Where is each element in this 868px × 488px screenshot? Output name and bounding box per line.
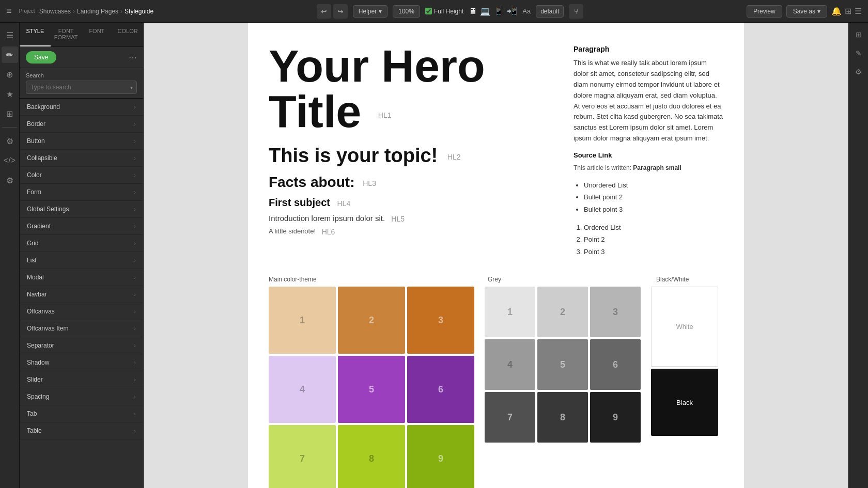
right-panel-icon-1[interactable]: ⊞ xyxy=(851,27,866,42)
fullheight-label[interactable]: Full Height xyxy=(425,8,463,15)
panel-item-offcanvas-item[interactable]: Offcanvas Item › xyxy=(20,320,143,337)
helper-label: Helper xyxy=(359,8,377,15)
device-icons: 🖥 💻 📱 📲 xyxy=(469,6,517,16)
tab-color[interactable]: COLOR xyxy=(112,23,143,46)
panel-item-modal[interactable]: Modal › xyxy=(20,269,143,286)
panel-item-label-separator: Separator xyxy=(27,342,54,349)
panel-item-global-settings[interactable]: Global Settings › xyxy=(20,201,143,218)
grey-label: Grey xyxy=(488,274,646,284)
tab-font[interactable]: FONT xyxy=(82,23,113,46)
ul-item-1: Unordered List xyxy=(584,179,723,191)
icon-sidebar: ☰ ✏ ⊕ ★ ⊞ ⚙ </> ⚙ xyxy=(0,23,20,488)
panel-item-chevron-shadow: › xyxy=(134,359,136,366)
hl5-badge: HL5 xyxy=(391,215,405,223)
panel-item-border[interactable]: Border › xyxy=(20,116,143,133)
hamburger-icon[interactable]: ≡ xyxy=(6,6,12,17)
grey-color-grid: 1 2 3 4 5 6 7 8 9 xyxy=(485,287,641,443)
panel-item-button[interactable]: Button › xyxy=(20,133,143,150)
tab-font-format[interactable]: FONT FORMAT xyxy=(51,23,82,46)
panel-item-label-button: Button xyxy=(27,137,45,145)
main-swatch-1: 1 xyxy=(269,287,336,354)
save-button[interactable]: Save xyxy=(26,51,56,64)
desktop-icon[interactable]: 🖥 xyxy=(469,7,477,16)
panel-item-label-slider: Slider xyxy=(27,376,43,383)
main-color-grid: 1 2 3 4 5 6 7 8 9 xyxy=(269,287,474,488)
mobile-icon[interactable]: 📲 xyxy=(507,6,517,16)
paragraph-section: Paragraph This is what we really talk ab… xyxy=(574,43,723,264)
helper-button[interactable]: Helper ▾ xyxy=(353,5,388,18)
preview-button[interactable]: Preview xyxy=(747,5,782,18)
ol-item-3: Point 3 xyxy=(584,246,723,258)
fullheight-checkbox[interactable] xyxy=(425,8,432,14)
panel-item-gradient[interactable]: Gradient › xyxy=(20,218,143,235)
grey-swatch-5: 5 xyxy=(537,339,588,390)
ol-item-1: Ordered List xyxy=(584,222,723,233)
zoom-button[interactable]: 100% xyxy=(393,5,420,18)
redo-button[interactable]: ↪ xyxy=(333,4,348,19)
panel-item-label-collapsible: Collapsible xyxy=(27,154,57,162)
breadcrumb-sep2: › xyxy=(120,8,122,15)
sidebar-icon-code[interactable]: </> xyxy=(2,152,18,169)
panel-item-chevron-border: › xyxy=(134,121,136,127)
panel-item-tab[interactable]: Tab › xyxy=(20,405,143,422)
font-icon: Aa xyxy=(522,7,531,15)
sidebar-icon-menu[interactable]: ☰ xyxy=(2,27,18,43)
tab-style[interactable]: STYLE xyxy=(20,23,51,46)
panel-item-color[interactable]: Color › xyxy=(20,167,143,184)
panel-item-shadow[interactable]: Shadow › xyxy=(20,354,143,371)
canvas-frame: Your Hero Title HL1 This is your topic! … xyxy=(248,23,744,488)
tablet-icon[interactable]: 📱 xyxy=(493,6,504,16)
landing-pages[interactable]: Landing Pages xyxy=(77,8,118,15)
laptop-icon[interactable]: 💻 xyxy=(480,6,490,16)
panel-item-offcanvas[interactable]: Offcanvas › xyxy=(20,303,143,320)
panel-item-chevron-slider: › xyxy=(134,376,136,383)
first-subject: First subject HL4 xyxy=(269,197,553,209)
panel-item-collapsible[interactable]: Collapsible › xyxy=(20,150,143,167)
canvas-area: Your Hero Title HL1 This is your topic! … xyxy=(144,23,848,488)
topbar-left: ≡ Project Showcases › Landing Pages › St… xyxy=(6,6,153,17)
ordered-list: Ordered List Point 2 Point 3 xyxy=(574,222,723,258)
search-input[interactable] xyxy=(26,81,137,94)
facts-title: Facts about: HL3 xyxy=(269,174,553,191)
panel-item-label-offcanvas: Offcanvas xyxy=(27,308,55,315)
bell-icon[interactable]: 🔔 xyxy=(831,6,842,16)
main-layout: ☰ ✏ ⊕ ★ ⊞ ⚙ </> ⚙ STYLE FONT FORMAT FONT… xyxy=(0,23,868,488)
sidebar-icon-edit[interactable]: ✏ xyxy=(2,46,18,63)
panel-search: Search ▾ xyxy=(20,68,143,99)
panel-item-slider[interactable]: Slider › xyxy=(20,371,143,388)
panel-more-icon[interactable]: ⋯ xyxy=(129,53,137,62)
source-link-text: This article is written: Paragraph small xyxy=(574,163,723,173)
saveas-button[interactable]: Save as ▾ xyxy=(786,5,827,18)
panel-item-list[interactable]: List › xyxy=(20,252,143,269)
topbar-center: ↩ ↪ Helper ▾ 100% Full Height 🖥 💻 📱 📲 Aa… xyxy=(159,4,741,19)
undo-redo-group: ↩ ↪ xyxy=(317,4,348,19)
settings-icon[interactable]: ☰ xyxy=(855,6,862,16)
breadcrumb: Project Showcases › Landing Pages › Styl… xyxy=(19,8,154,15)
panel-item-separator[interactable]: Separator › xyxy=(20,337,143,354)
sidebar-icon-settings[interactable]: ⚙ xyxy=(2,133,18,149)
font-selector[interactable]: default xyxy=(536,5,564,18)
fullheight-text: Full Height xyxy=(434,8,463,15)
fullheight-group: Full Height xyxy=(425,8,463,15)
panel-item-form[interactable]: Form › xyxy=(20,184,143,201)
panel-item-grid[interactable]: Grid › xyxy=(20,235,143,252)
sidebar-icon-gear[interactable]: ⚙ xyxy=(2,172,18,188)
undo-button[interactable]: ↩ xyxy=(317,4,331,19)
notification-icons: 🔔 ⊞ ☰ xyxy=(831,6,862,16)
panel-item-background[interactable]: Background › xyxy=(20,99,143,116)
version-button[interactable]: ⑂ xyxy=(569,4,583,19)
panel-item-table[interactable]: Table › xyxy=(20,422,143,439)
sidebar-icon-grid[interactable]: ⊞ xyxy=(2,105,18,122)
sidebar-icon-add[interactable]: ⊕ xyxy=(2,66,18,83)
layers-icon[interactable]: ⊞ xyxy=(845,6,851,16)
grey-swatch-9: 9 xyxy=(590,392,641,443)
sidebar-icon-star[interactable]: ★ xyxy=(2,86,18,102)
helper-chevron-icon: ▾ xyxy=(379,8,382,15)
right-panel-icon-2[interactable]: ✎ xyxy=(851,45,866,61)
right-panel-icon-3[interactable]: ⚙ xyxy=(851,64,866,80)
panel-item-chevron-global-settings: › xyxy=(134,206,136,212)
panel-item-spacing[interactable]: Spacing › xyxy=(20,388,143,405)
panel-item-label-modal: Modal xyxy=(27,274,44,281)
project-name[interactable]: Showcases xyxy=(39,8,71,15)
panel-item-navbar[interactable]: Navbar › xyxy=(20,286,143,303)
